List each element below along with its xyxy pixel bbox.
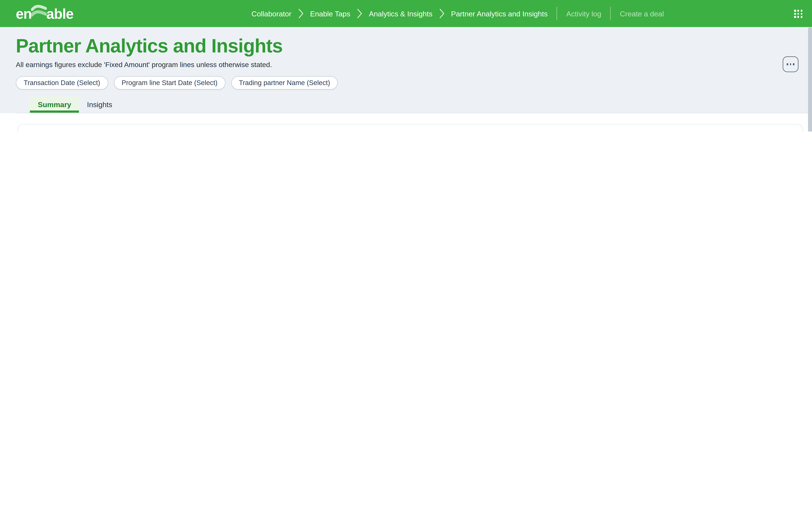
tab-bar: Summary Insights (30, 97, 812, 113)
ellipsis-icon (793, 63, 795, 65)
more-options-button[interactable] (783, 56, 798, 72)
filter-bar: Transaction Date (Select) Program line S… (16, 76, 812, 90)
partner-analytics-page: en able Collaborator Enable Taps Analyti… (0, 0, 812, 132)
logo-wave-icon (31, 3, 47, 24)
chevron-right-icon (357, 9, 362, 19)
chevron-right-icon (298, 9, 303, 19)
filter-trading-partner-name[interactable]: Trading partner Name (Select) (231, 76, 338, 90)
activity-log-link[interactable]: Activity log (566, 9, 601, 18)
breadcrumb-analytics-insights[interactable]: Analytics & Insights (369, 9, 432, 18)
breadcrumb-enable-taps[interactable]: Enable Taps (310, 9, 350, 18)
page-title: Partner Analytics and Insights (16, 35, 812, 56)
create-a-deal-link[interactable]: Create a deal (620, 9, 664, 18)
enable-logo[interactable]: en able (16, 3, 73, 24)
filter-transaction-date[interactable]: Transaction Date (Select) (16, 76, 108, 90)
page-header: Partner Analytics and Insights All earni… (0, 27, 812, 113)
divider (557, 7, 557, 20)
chevron-right-icon (439, 9, 444, 19)
monthly-summary-header: Monthly Summary (17, 124, 803, 132)
filter-program-line-start-date[interactable]: Program line Start Date (Select) (114, 76, 226, 90)
ellipsis-icon (787, 63, 788, 65)
breadcrumb: Collaborator Enable Taps Analytics & Ins… (251, 0, 664, 27)
logo-text-right: able (46, 5, 73, 22)
breadcrumb-collaborator[interactable]: Collaborator (251, 9, 291, 18)
top-navigation-bar: en able Collaborator Enable Taps Analyti… (0, 0, 812, 27)
divider (16, 113, 812, 113)
tab-insights[interactable]: Insights (79, 97, 120, 113)
page-subtitle: All earnings figures exclude 'Fixed Amou… (16, 61, 812, 69)
dashboard-content: Monthly Summary Monthly Transactions 50.… (0, 124, 812, 132)
ellipsis-icon (790, 63, 791, 65)
scrollbar-thumb[interactable] (808, 27, 812, 132)
divider (610, 7, 611, 20)
breadcrumb-current-page: Partner Analytics and Insights (451, 9, 548, 18)
logo-text-left: en (16, 5, 32, 22)
app-grid-icon[interactable] (794, 10, 802, 18)
tab-summary[interactable]: Summary (30, 97, 79, 113)
